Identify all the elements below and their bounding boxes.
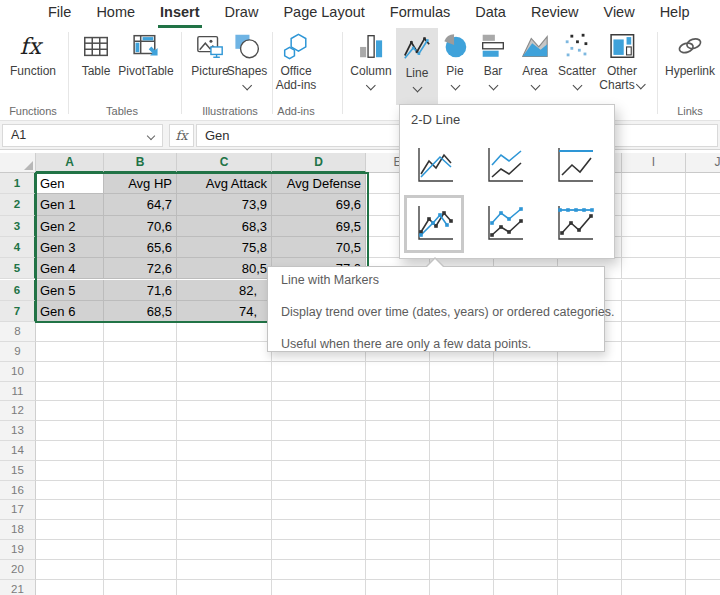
cell-B5[interactable]: 72,6 <box>104 258 177 279</box>
cell-B4[interactable]: 65,6 <box>104 237 177 258</box>
cell-H14[interactable] <box>558 441 622 461</box>
cell-E10[interactable] <box>366 362 430 382</box>
row-header-17[interactable]: 17 <box>0 500 36 520</box>
cell-F10[interactable] <box>430 362 494 382</box>
cell-J13[interactable] <box>686 421 720 441</box>
cell-H15[interactable] <box>558 461 622 481</box>
cell-C11[interactable] <box>177 382 272 402</box>
cell-D3[interactable]: 69,5 <box>272 216 366 237</box>
cell-E18[interactable] <box>366 520 430 540</box>
row-header-21[interactable]: 21 <box>0 580 36 595</box>
cell-G11[interactable] <box>494 382 558 402</box>
cell-D1[interactable]: Avg Defense <box>272 173 366 194</box>
column-chart-button[interactable]: Column <box>350 31 391 89</box>
cell-C10[interactable] <box>177 362 272 382</box>
cell-G21[interactable] <box>494 580 558 595</box>
cell-C21[interactable] <box>177 580 272 595</box>
picture-button[interactable]: Picture <box>191 31 229 78</box>
cell-D14[interactable] <box>272 441 366 461</box>
row-header-14[interactable]: 14 <box>0 441 36 461</box>
cell-I19[interactable] <box>622 540 686 560</box>
cell-F16[interactable] <box>430 481 494 501</box>
cell-D19[interactable] <box>272 540 366 560</box>
cell-I3[interactable] <box>622 216 686 237</box>
cell-A21[interactable] <box>36 580 104 595</box>
cell-J8[interactable] <box>686 322 720 342</box>
column-header-I[interactable]: I <box>622 153 686 173</box>
scatter-chart-button[interactable]: Scatter <box>558 31 596 89</box>
cell-H19[interactable] <box>558 540 622 560</box>
cell-A2[interactable]: Gen 1 <box>36 194 104 215</box>
cell-B14[interactable] <box>104 441 177 461</box>
cell-C16[interactable] <box>177 481 272 501</box>
cell-C18[interactable] <box>177 520 272 540</box>
cell-D11[interactable] <box>272 382 366 402</box>
cell-J6[interactable] <box>686 280 720 301</box>
cell-J21[interactable] <box>686 580 720 595</box>
cell-D12[interactable] <box>272 401 366 421</box>
cell-F20[interactable] <box>430 560 494 580</box>
cell-D20[interactable] <box>272 560 366 580</box>
cell-E20[interactable] <box>366 560 430 580</box>
cell-A13[interactable] <box>36 421 104 441</box>
cell-D16[interactable] <box>272 481 366 501</box>
cell-B2[interactable]: 64,7 <box>104 194 177 215</box>
row-header-8[interactable]: 8 <box>0 322 36 342</box>
cell-J2[interactable] <box>686 194 720 215</box>
cell-B10[interactable] <box>104 362 177 382</box>
cell-J18[interactable] <box>686 520 720 540</box>
cell-C1[interactable]: Avg Attack <box>177 173 272 194</box>
cell-H17[interactable] <box>558 500 622 520</box>
cell-F13[interactable] <box>430 421 494 441</box>
table-button[interactable]: Table <box>77 31 115 78</box>
cell-H18[interactable] <box>558 520 622 540</box>
cell-J5[interactable] <box>686 258 720 279</box>
cell-H12[interactable] <box>558 401 622 421</box>
cell-E12[interactable] <box>366 401 430 421</box>
cell-C19[interactable] <box>177 540 272 560</box>
name-box[interactable]: A1 <box>2 124 163 147</box>
menu-tab-help[interactable]: Help <box>658 3 692 28</box>
menu-tab-draw[interactable]: Draw <box>223 3 261 28</box>
cell-I20[interactable] <box>622 560 686 580</box>
menu-tab-data[interactable]: Data <box>473 3 508 28</box>
cell-J15[interactable] <box>686 461 720 481</box>
insert-function-button[interactable]: fx <box>169 124 194 147</box>
cell-A1[interactable]: Gen <box>36 173 104 194</box>
cell-J7[interactable] <box>686 301 720 322</box>
cell-G18[interactable] <box>494 520 558 540</box>
cell-C4[interactable]: 75,8 <box>177 237 272 258</box>
menu-tab-formulas[interactable]: Formulas <box>388 3 452 28</box>
cell-B13[interactable] <box>104 421 177 441</box>
cell-D17[interactable] <box>272 500 366 520</box>
cell-F11[interactable] <box>430 382 494 402</box>
cell-D15[interactable] <box>272 461 366 481</box>
menu-tab-page-layout[interactable]: Page Layout <box>281 3 366 28</box>
cell-A12[interactable] <box>36 401 104 421</box>
row-header-18[interactable]: 18 <box>0 520 36 540</box>
row-header-5[interactable]: 5 <box>0 258 36 279</box>
cell-B3[interactable]: 70,6 <box>104 216 177 237</box>
cell-A6[interactable]: Gen 5 <box>36 280 104 301</box>
cell-B12[interactable] <box>104 401 177 421</box>
cell-D10[interactable] <box>272 362 366 382</box>
cell-H10[interactable] <box>558 362 622 382</box>
cell-I9[interactable] <box>622 342 686 362</box>
cell-B11[interactable] <box>104 382 177 402</box>
cell-F14[interactable] <box>430 441 494 461</box>
cell-C3[interactable]: 68,3 <box>177 216 272 237</box>
cell-C2[interactable]: 73,9 <box>177 194 272 215</box>
cell-G16[interactable] <box>494 481 558 501</box>
cell-C20[interactable] <box>177 560 272 580</box>
cell-B21[interactable] <box>104 580 177 595</box>
cell-G19[interactable] <box>494 540 558 560</box>
cell-I21[interactable] <box>622 580 686 595</box>
cell-A16[interactable] <box>36 481 104 501</box>
cell-B1[interactable]: Avg HP <box>104 173 177 194</box>
cell-J11[interactable] <box>686 382 720 402</box>
cell-D4[interactable]: 70,5 <box>272 237 366 258</box>
column-header-A[interactable]: A <box>36 153 104 173</box>
cell-J1[interactable] <box>686 173 720 194</box>
cell-I6[interactable] <box>622 280 686 301</box>
cell-J9[interactable] <box>686 342 720 362</box>
